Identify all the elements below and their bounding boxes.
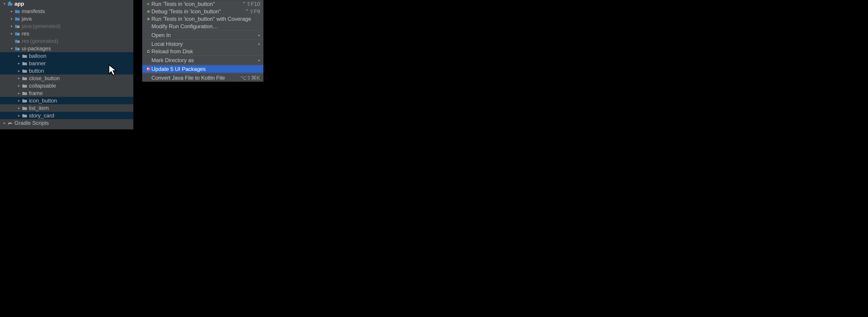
context-menu: Run 'Tests in 'icon_button'' ⌃⇧F10 Debug… bbox=[142, 0, 264, 82]
tree-item-icon-button[interactable]: ▸ icon_button bbox=[0, 97, 133, 104]
menu-item-local-history[interactable]: Local History ▸ bbox=[143, 40, 263, 48]
folder-icon bbox=[22, 61, 28, 66]
tree-item-java[interactable]: ▸ java bbox=[0, 15, 133, 22]
tree-item-frame[interactable]: ▸ frame bbox=[0, 90, 133, 97]
tree-item-label: res bbox=[22, 38, 29, 44]
submenu-arrow-icon: ▸ bbox=[258, 58, 260, 62]
tree-item-story-card[interactable]: ▸ story_card bbox=[0, 112, 133, 119]
menu-item-label: Local History bbox=[151, 41, 257, 47]
folder-icon bbox=[14, 16, 20, 21]
tree-item-suffix: (generated) bbox=[33, 23, 61, 29]
menu-item-modify-run[interactable]: Modify Run Configuration… bbox=[143, 23, 263, 30]
menu-item-label: Mark Directory as bbox=[151, 57, 257, 64]
menu-item-mark-directory[interactable]: Mark Directory as ▸ bbox=[143, 57, 263, 64]
menu-item-coverage[interactable]: Run 'Tests in 'icon_button'' with Covera… bbox=[143, 15, 263, 23]
reload-icon bbox=[146, 50, 151, 53]
folder-generated-icon bbox=[14, 24, 20, 29]
menu-item-label: Debug 'Tests in 'icon_button'' bbox=[151, 8, 245, 15]
menu-item-label: Open In bbox=[151, 32, 257, 38]
folder-icon bbox=[14, 9, 20, 14]
svg-point-6 bbox=[147, 67, 150, 71]
svg-point-7 bbox=[147, 68, 149, 69]
menu-item-label: Run 'Tests in 'icon_button'' bbox=[151, 1, 242, 7]
tree-item-label: close_button bbox=[29, 75, 60, 81]
svg-rect-1 bbox=[18, 34, 19, 35]
svg-rect-2 bbox=[18, 41, 19, 43]
folder-resource-icon bbox=[14, 31, 20, 36]
chevron-right-icon: ▸ bbox=[9, 31, 14, 36]
tree-item-button[interactable]: ▸ button bbox=[0, 67, 133, 74]
status-dot-icon bbox=[9, 1, 11, 3]
tree-item-balloon[interactable]: ▸ balloon bbox=[0, 52, 133, 60]
chevron-down-icon: ▾ bbox=[2, 2, 7, 6]
tree-item-banner[interactable]: ▸ banner bbox=[0, 60, 133, 67]
tree-item-close-button[interactable]: ▸ close_button bbox=[0, 74, 133, 82]
svg-rect-5 bbox=[148, 10, 149, 11]
project-tree-panel: ▾ app ▸ manifests ▸ java ▸ java (generat… bbox=[0, 0, 133, 129]
chevron-right-icon: ▸ bbox=[9, 16, 14, 21]
menu-item-label: Modify Run Configuration… bbox=[151, 23, 260, 30]
chevron-right-icon: ▸ bbox=[16, 83, 22, 88]
tree-item-java-generated[interactable]: ▸ java (generated) bbox=[0, 22, 133, 30]
tree-item-manifests[interactable]: ▸ manifests bbox=[0, 7, 133, 15]
tree-item-list-item[interactable]: ▸ list_item bbox=[0, 104, 133, 112]
chevron-right-icon: ▸ bbox=[16, 99, 22, 103]
folder-icon bbox=[22, 106, 28, 111]
menu-item-update-ui-packages[interactable]: Update 5 UI Packages bbox=[143, 65, 263, 73]
submenu-arrow-icon: ▸ bbox=[258, 42, 260, 46]
tree-item-gradle-scripts[interactable]: ▸ Gradle Scripts bbox=[0, 119, 133, 127]
menu-item-debug[interactable]: Debug 'Tests in 'icon_button'' ⌃⇧F9 bbox=[143, 8, 263, 15]
menu-item-shortcut: ⌃⇧F10 bbox=[242, 1, 260, 7]
chevron-right-icon: ▸ bbox=[9, 9, 14, 13]
chevron-right-icon: ▸ bbox=[16, 91, 22, 95]
chevron-right-icon: ▸ bbox=[16, 69, 22, 73]
tree-item-label: button bbox=[29, 68, 44, 74]
menu-item-shortcut: ⌃⇧F9 bbox=[245, 8, 260, 15]
menu-item-label: Reload from Disk bbox=[151, 48, 260, 55]
menu-item-run[interactable]: Run 'Tests in 'icon_button'' ⌃⇧F10 bbox=[143, 0, 263, 8]
chevron-right-icon: ▸ bbox=[16, 61, 22, 66]
tree-item-label: story_card bbox=[29, 112, 54, 119]
folder-icon bbox=[7, 1, 13, 6]
tree-item-label: java bbox=[22, 23, 32, 29]
tree-item-suffix: (generated) bbox=[30, 38, 58, 44]
tree-item-res-generated[interactable]: ▸ res (generated) bbox=[0, 37, 133, 45]
chevron-down-icon: ▾ bbox=[9, 46, 14, 50]
folder-icon bbox=[22, 54, 28, 59]
folder-icon bbox=[22, 98, 28, 103]
menu-item-open-in[interactable]: Open In ▸ bbox=[143, 31, 263, 39]
figma-relay-icon bbox=[146, 67, 151, 71]
menu-item-shortcut: ⌥⇧⌘K bbox=[240, 75, 260, 81]
chevron-right-icon: ▸ bbox=[16, 113, 22, 118]
tree-item-label: manifests bbox=[22, 8, 45, 14]
svg-rect-0 bbox=[18, 26, 19, 28]
tree-item-collapsable[interactable]: ▸ collapsable bbox=[0, 82, 133, 90]
tree-item-label: java bbox=[22, 15, 32, 22]
folder-icon bbox=[22, 113, 28, 118]
menu-item-label: Update 5 UI Packages bbox=[151, 66, 260, 72]
submenu-arrow-icon: ▸ bbox=[258, 33, 260, 37]
tree-item-ui-packages[interactable]: ▾ ui-packages bbox=[0, 45, 133, 52]
tree-item-label: ui-packages bbox=[22, 45, 51, 52]
tree-item-label: collapsable bbox=[29, 83, 56, 89]
tree-item-res[interactable]: ▸ res bbox=[0, 30, 133, 37]
folder-icon bbox=[22, 83, 28, 88]
tree-item-label: res bbox=[22, 31, 29, 37]
tree-item-label: banner bbox=[29, 60, 46, 67]
menu-item-reload-disk[interactable]: Reload from Disk bbox=[143, 48, 263, 55]
debug-icon bbox=[146, 10, 151, 13]
menu-item-convert-kotlin[interactable]: Convert Java File to Kotlin File ⌥⇧⌘K bbox=[143, 74, 263, 81]
chevron-right-icon: ▸ bbox=[2, 121, 7, 125]
folder-resource-icon bbox=[14, 46, 20, 51]
chevron-right-icon: ▸ bbox=[16, 106, 22, 110]
tree-item-app[interactable]: ▾ app bbox=[0, 0, 133, 7]
folder-resource-icon bbox=[14, 39, 20, 43]
tree-item-label: Gradle Scripts bbox=[14, 120, 49, 126]
tree-item-label: balloon bbox=[29, 53, 46, 59]
tree-item-label: frame bbox=[29, 90, 43, 96]
folder-icon bbox=[22, 68, 28, 73]
gradle-icon bbox=[7, 120, 13, 126]
run-icon bbox=[146, 2, 151, 6]
chevron-right-icon: ▸ bbox=[9, 24, 14, 28]
chevron-right-icon: ▸ bbox=[16, 54, 22, 58]
